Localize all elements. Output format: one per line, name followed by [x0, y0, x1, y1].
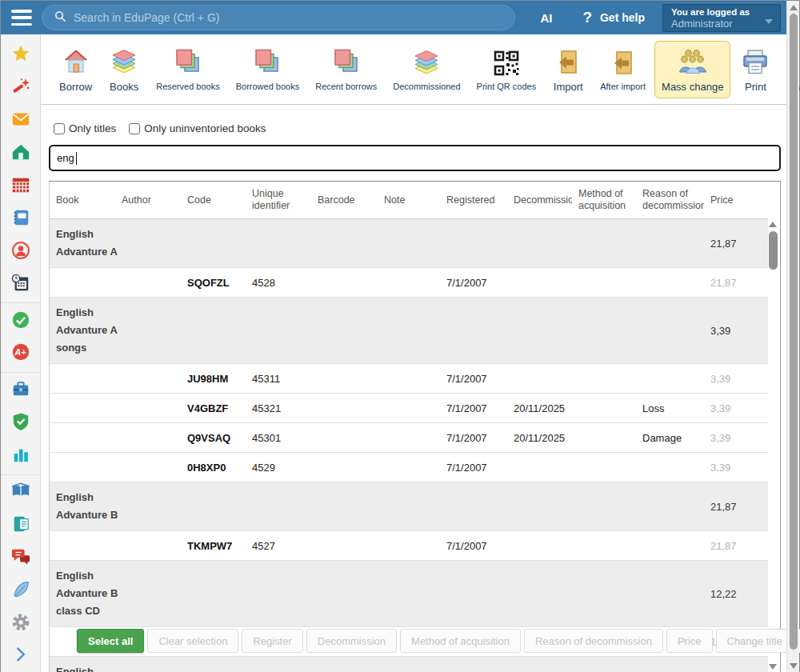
page-scroll-up-icon[interactable]	[790, 5, 798, 10]
toolbar-button-mass-change[interactable]: Mass change	[654, 41, 730, 98]
hamburger-menu-icon[interactable]	[11, 10, 32, 26]
only-uninventoried-filter[interactable]: Only uninventoried books	[129, 122, 266, 134]
book-search-input[interactable]	[49, 145, 781, 171]
bar-chart-icon	[11, 445, 30, 467]
table-row-title[interactable]: EnglishAdvanture Asongs 3,39	[50, 298, 768, 364]
table-row-title[interactable]: EnglishAdvanture B 21,87	[50, 482, 768, 531]
logged-as-label: You are logged as	[671, 7, 774, 17]
price-cell: 21,87	[704, 540, 768, 552]
only-titles-filter[interactable]: Only titles	[54, 122, 116, 134]
sidebar-item-shield-check[interactable]	[1, 407, 40, 440]
notebook-icon	[11, 208, 30, 230]
toolbar-button-recent-borrows[interactable]: Recent borrows	[308, 42, 384, 97]
sidebar-item-bar-chart[interactable]	[1, 440, 40, 473]
sidebar-item-grade-aplus[interactable]: A+	[1, 338, 40, 370]
column-header[interactable]: Code	[181, 194, 246, 206]
sidebar-item-open-book[interactable]	[1, 477, 40, 510]
scroll-up-icon[interactable]	[769, 222, 777, 227]
sidebar-item-person[interactable]	[1, 235, 40, 268]
method-of-acquisition-button: Method of acquisition	[400, 629, 521, 653]
toolbar-label: Decommissioned	[393, 82, 460, 91]
column-header[interactable]: Method of acquisition	[572, 188, 636, 212]
filter-row: Only titles Only uninventoried books	[54, 122, 279, 134]
sidebar-item-expand-chevron[interactable]	[1, 640, 40, 672]
column-header[interactable]: Book	[50, 194, 115, 206]
sidebar-item-document-book[interactable]	[1, 509, 40, 542]
column-header[interactable]: Barcode	[311, 194, 378, 206]
column-header[interactable]: Reason of decommission	[636, 188, 704, 212]
get-help-button[interactable]: ? Get help	[582, 9, 645, 26]
column-header[interactable]: Note	[378, 194, 440, 206]
table-row-copy[interactable]: V4GBZF 45321 7/1/2007 20/11/2025 Loss 3,…	[50, 394, 768, 423]
toolbar-button-borrow[interactable]: Borrow	[52, 41, 99, 98]
toolbar-button-print-qr-codes[interactable]: Print QR codes	[470, 42, 544, 97]
column-header[interactable]: Registered	[440, 194, 507, 206]
scroll-down-icon[interactable]	[769, 664, 777, 670]
toolbar-button-borrowed-books[interactable]: Borrowed books	[229, 42, 307, 97]
unique-identifier-cell: 45311	[246, 373, 311, 385]
column-header[interactable]: Author	[115, 194, 181, 206]
sidebar-item-timetable-grid[interactable]	[1, 170, 40, 203]
user-menu[interactable]: You are logged as Administrator	[662, 4, 781, 32]
column-header[interactable]: Unique identifier	[246, 188, 311, 212]
table-row-title[interactable]: EnglishAdvanture B 3,39	[50, 657, 768, 672]
global-search-input[interactable]: Search in EduPage (Ctrl + G)	[42, 5, 515, 30]
column-header[interactable]: Decommissioned	[507, 194, 572, 206]
timetable-grid-icon	[11, 175, 30, 198]
register-button: Register	[242, 629, 302, 653]
sidebar-item-feather[interactable]	[1, 574, 40, 607]
toolbar-button-print[interactable]: Print	[732, 41, 778, 98]
sidebar-item-calendar-clock[interactable]	[1, 268, 40, 301]
book-stack-icon	[108, 46, 140, 78]
stacked-cards-icon	[172, 47, 204, 79]
table-row-copy[interactable]: TKMPW7 4527 7/1/2007 21,87	[50, 531, 768, 561]
sidebar-item-home[interactable]	[1, 138, 40, 170]
price-cell: 3,39	[704, 432, 768, 444]
toolbar-button-after-import[interactable]: After import	[593, 42, 653, 97]
table-scrollbar-thumb[interactable]	[769, 231, 778, 270]
sidebar-item-star[interactable]	[1, 39, 40, 72]
page-scroll-down-icon[interactable]	[790, 663, 798, 669]
code-cell: V4GBZF	[181, 402, 246, 414]
toolbar-button-reserved-books[interactable]: Reserved books	[149, 42, 227, 97]
sidebar-item-magic-wand[interactable]	[1, 72, 40, 105]
table-row-copy[interactable]: 0H8XP0 4529 7/1/2007 3,39	[50, 453, 768, 482]
price-cell: 21,87	[704, 501, 768, 513]
sidebar-item-chat-bubbles[interactable]	[1, 542, 40, 574]
username: Administrator	[671, 18, 774, 30]
table-row-copy[interactable]: Q9VSAQ 45301 7/1/2007 20/11/2025 Damage …	[50, 423, 768, 453]
toolbar-button-books[interactable]: Books	[101, 41, 147, 98]
select-all-button[interactable]: Select all	[77, 629, 144, 653]
price-cell: 21,87	[704, 238, 768, 250]
home-icon	[11, 142, 30, 165]
ai-button[interactable]: AI	[540, 11, 552, 25]
sidebar-item-notebook[interactable]	[1, 202, 40, 235]
table-header: BookAuthorCodeUnique identifierBarcodeNo…	[50, 182, 768, 219]
unique-identifier-cell: 45301	[246, 432, 311, 444]
sidebar-item-briefcase[interactable]	[1, 374, 40, 407]
table-row-title[interactable]: EnglishAdvanture Bclass CD 12,22	[50, 561, 768, 627]
registered-cell: 7/1/2007	[440, 277, 507, 289]
sidebar-item-check-circle[interactable]	[1, 305, 40, 338]
people-group-icon	[677, 46, 709, 78]
only-uninventoried-checkbox[interactable]	[129, 123, 140, 134]
table-row-copy[interactable]: SQOFZL 4528 7/1/2007 21,87	[50, 268, 768, 298]
only-uninventoried-label: Only uninventoried books	[144, 122, 266, 134]
toolbar-button-import[interactable]: Import	[545, 41, 591, 98]
table-row-title[interactable]: EnglishAdvanture A 21,87	[50, 219, 768, 268]
only-titles-checkbox[interactable]	[54, 123, 65, 134]
stacked-cards-icon	[330, 47, 362, 79]
question-mark-icon: ?	[582, 9, 592, 26]
page-scrollbar[interactable]	[786, 1, 799, 672]
sidebar-item-gear[interactable]	[1, 607, 40, 640]
price-cell: 3,39	[704, 325, 768, 337]
column-header[interactable]: Price	[704, 194, 768, 206]
page-scrollbar-thumb[interactable]	[790, 14, 798, 650]
toolbar-button-decommissioned[interactable]: Decommissioned	[386, 42, 467, 97]
sidebar-item-envelope[interactable]	[1, 105, 40, 138]
table-row-copy[interactable]: JU98HM 45311 7/1/2007 3,39	[50, 364, 768, 394]
toolbar-label: Borrow	[59, 81, 92, 93]
toolbar-label: After import	[600, 82, 646, 91]
stacked-cards-icon	[251, 47, 283, 79]
table-scrollbar[interactable]	[768, 222, 778, 670]
